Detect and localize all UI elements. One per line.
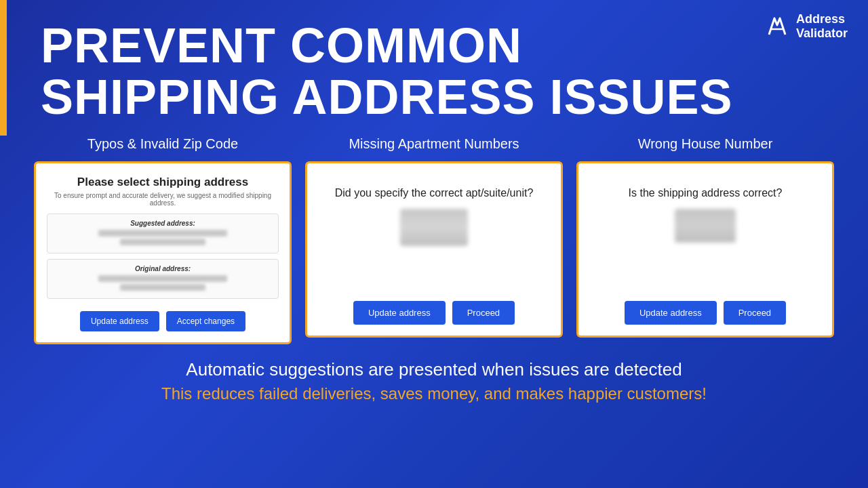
- page-wrapper: Address Validator PREVENT COMMON SHIPPIN…: [0, 0, 868, 488]
- logo-icon: [764, 13, 791, 40]
- card-label-typos: Typos & Invalid Zip Code: [87, 136, 238, 152]
- card1-title: Please select shipping address: [47, 176, 279, 189]
- card3-content: Is the shipping address correct? Update …: [589, 176, 821, 325]
- original-address-block: Original address:: [47, 259, 279, 299]
- footer-accent-text: This reduces failed deliveries, saves mo…: [27, 384, 841, 403]
- update-address-button-2[interactable]: Update address: [353, 301, 446, 325]
- accept-changes-button[interactable]: Accept changes: [166, 311, 245, 331]
- card-box-typos: Please select shipping address To ensure…: [34, 161, 292, 344]
- headline-line1: PREVENT COMMON: [41, 18, 522, 73]
- proceed-button-1[interactable]: Proceed: [452, 301, 515, 325]
- cards-section: Typos & Invalid Zip Code Please select s…: [27, 136, 841, 344]
- card1-subtitle: To ensure prompt and accurate delivery, …: [47, 192, 279, 207]
- proceed-button-2[interactable]: Proceed: [724, 301, 786, 325]
- original-label: Original address:: [56, 265, 270, 272]
- suggested-blur-1: [98, 230, 227, 237]
- house-blur-image: [675, 209, 736, 243]
- original-blur-1: [98, 275, 227, 282]
- update-address-button-3[interactable]: Update address: [625, 301, 717, 325]
- card-box-house: Is the shipping address correct? Update …: [576, 161, 834, 338]
- headline-line2: SHIPPING ADDRESS ISSUES: [41, 70, 733, 124]
- suggested-blur-2: [120, 239, 205, 245]
- card-label-house: Wrong House Number: [638, 136, 773, 152]
- card-label-apartment: Missing Apartment Numbers: [349, 136, 519, 152]
- suggested-label: Suggested address:: [56, 220, 270, 227]
- card2-content: Did you specify the correct apt/suite/un…: [318, 176, 550, 325]
- apartment-question: Did you specify the correct apt/suite/un…: [335, 186, 534, 201]
- logo-text: Address Validator: [796, 12, 848, 41]
- card-box-apartment: Did you specify the correct apt/suite/un…: [305, 161, 563, 338]
- accent-bar: [0, 0, 7, 136]
- suggested-address-block: Suggested address:: [47, 214, 279, 253]
- headline: PREVENT COMMON SHIPPING ADDRESS ISSUES: [41, 14, 841, 123]
- footer-main-text: Automatic suggestions are presented when…: [27, 359, 841, 380]
- original-blur-2: [120, 284, 205, 291]
- logo: Address Validator: [764, 12, 848, 41]
- apartment-buttons: Update address Proceed: [353, 301, 515, 325]
- house-buttons: Update address Proceed: [625, 301, 786, 325]
- card-column-house: Wrong House Number Is the shipping addre…: [576, 136, 834, 344]
- card1-buttons: Update address Accept changes: [47, 311, 279, 331]
- apartment-blur-image: [400, 209, 468, 246]
- house-question: Is the shipping address correct?: [629, 186, 783, 201]
- card-column-typos: Typos & Invalid Zip Code Please select s…: [34, 136, 292, 344]
- footer: Automatic suggestions are presented when…: [27, 359, 841, 403]
- update-address-button-1[interactable]: Update address: [80, 311, 159, 331]
- card-column-apartment: Missing Apartment Numbers Did you specif…: [305, 136, 563, 344]
